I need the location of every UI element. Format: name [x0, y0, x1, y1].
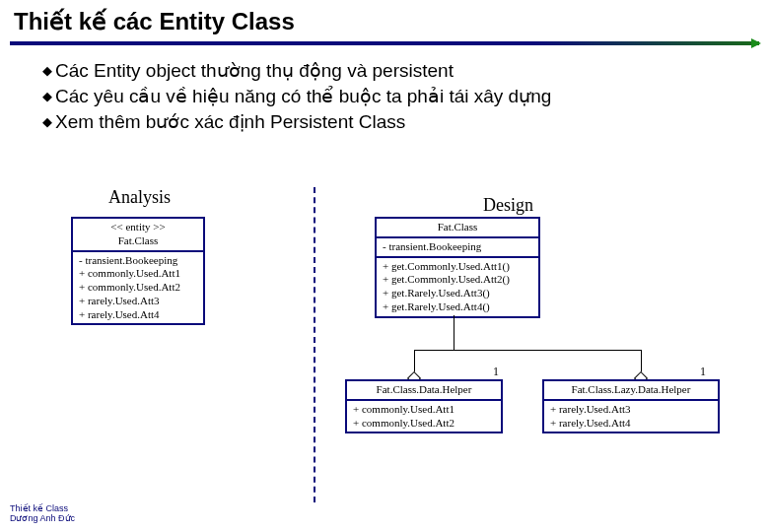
connector-line	[454, 315, 454, 350]
uml-class-lazy-data-helper: Fat.Class.Lazy.Data.Helper + rarely.Used…	[542, 379, 720, 433]
bullet-text: Xem thêm bước xác định Persistent Class	[55, 110, 730, 134]
uml-attributes: + commonly.Used.Att1 + commonly.Used.Att…	[347, 401, 501, 432]
slide: Thiết kế các Entity Class ◆ Các Entity o…	[0, 0, 769, 532]
bullet-text: Các Entity object thường thụ động và per…	[55, 59, 730, 83]
multiplicity-label: 1	[493, 365, 499, 379]
uml-header: Fat.Class.Lazy.Data.Helper	[544, 381, 718, 401]
uml-class-analysis-fatclass: << entity >> Fat.Class - transient.Booke…	[71, 217, 205, 325]
title-underline	[10, 41, 759, 45]
uml-attributes: - transient.Bookeeping	[377, 238, 538, 258]
uml-class-design-fatclass: Fat.Class - transient.Bookeeping + get.C…	[375, 217, 540, 318]
uml-attributes: + rarely.Used.Att3 + rarely.Used.Att4	[544, 401, 718, 432]
uml-class-data-helper: Fat.Class.Data.Helper + commonly.Used.At…	[345, 379, 503, 433]
analysis-heading: Analysis	[108, 187, 171, 208]
uml-attributes: - transient.Bookeeping + commonly.Used.A…	[73, 252, 203, 324]
uml-header: Fat.Class	[377, 219, 538, 238]
slide-title: Thiết kế các Entity Class	[0, 0, 769, 35]
uml-header: << entity >> Fat.Class	[73, 219, 203, 252]
multiplicity-label: 1	[700, 365, 706, 379]
bullet-list: ◆ Các Entity object thường thụ động và p…	[39, 59, 730, 134]
uml-diagram: Analysis Design << entity >> Fat.Class -…	[49, 187, 751, 502]
bullet-item: ◆ Các yêu cầu về hiệu năng có thể buộc t…	[39, 85, 730, 108]
bullet-item: ◆ Các Entity object thường thụ động và p…	[39, 59, 730, 83]
bullet-text: Các yêu cầu về hiệu năng có thể buộc ta …	[55, 85, 730, 108]
uml-header: Fat.Class.Data.Helper	[347, 381, 501, 401]
connector-line	[414, 350, 641, 351]
bullet-icon: ◆	[39, 110, 55, 134]
slide-footer: Thiết kế Class Dương Anh Đức	[10, 504, 75, 524]
bullet-icon: ◆	[39, 85, 55, 108]
bullet-icon: ◆	[39, 59, 55, 83]
uml-operations: + get.Commonly.Used.Att1() + get.Commonl…	[377, 258, 538, 316]
design-heading: Design	[483, 195, 533, 216]
footer-line: Dương Anh Đức	[10, 514, 75, 524]
bullet-item: ◆ Xem thêm bước xác định Persistent Clas…	[39, 110, 730, 134]
vertical-divider	[314, 187, 315, 502]
